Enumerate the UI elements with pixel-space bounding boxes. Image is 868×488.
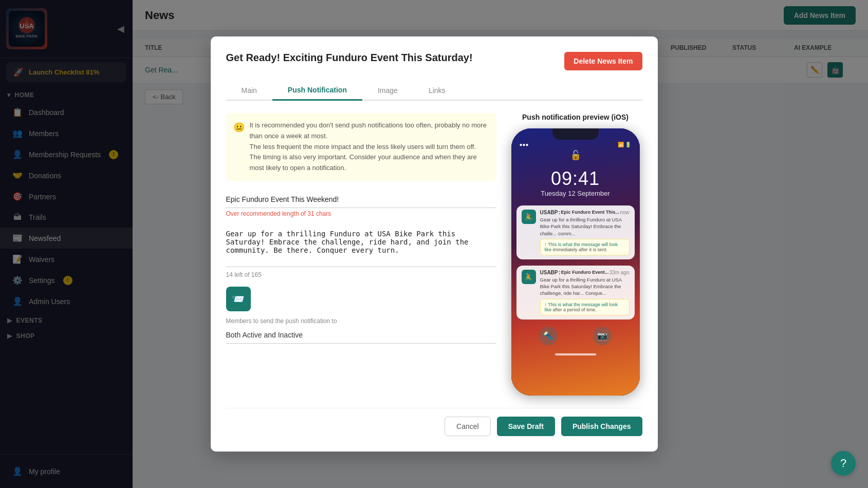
warning-text-1: It is recommended you don't send push no… (250, 120, 488, 142)
cancel-button[interactable]: Cancel (445, 417, 491, 436)
send-notification-button[interactable]: 📨 (226, 287, 251, 311)
notif-body-1: Gear up for a thrilling Funduro at USA B… (540, 216, 630, 237)
tab-main[interactable]: Main (226, 81, 272, 100)
send-button-area: 📨 (226, 287, 496, 311)
delete-news-button[interactable]: Delete News Item (564, 52, 642, 70)
notif-tooltip-1: ↑ This is what the message will look lik… (540, 239, 630, 255)
preview-title: Push notification preview (iOS) (509, 113, 642, 121)
members-value: Both Active and Inactive (226, 327, 496, 344)
help-button[interactable]: ? (831, 451, 856, 476)
notif-tooltip-2: ↑ This is what the message will look lik… (540, 299, 630, 315)
modal-title: Get Ready! Exciting Funduro Event This S… (226, 52, 473, 64)
char-count: 14 left of 165 (226, 271, 496, 278)
notification-title-field: Over recommended length of 31 chars (226, 191, 496, 217)
notif-app-icon-1: 🚴 (522, 210, 536, 224)
notif-title-1: Epic Funduro Event This... (561, 210, 619, 215)
modal-left-panel: 😐 It is recommended you don't send push … (226, 113, 496, 396)
notif-app-icon-2: 🚴 (522, 270, 536, 284)
warning-text-2: The less frequent the more impact and th… (250, 142, 488, 153)
tab-push-notification[interactable]: Push Notification (272, 81, 362, 101)
modal-footer: Cancel Save Draft Publish Changes (226, 408, 642, 436)
notification-card-1: 🚴 USABP: Epic Funduro Event This... now … (516, 205, 635, 259)
warning-text-3: The timing is also very important. Consi… (250, 152, 488, 174)
notif-time-2: 33m ago (610, 270, 630, 275)
members-field: Members to send the push notification to… (226, 317, 496, 344)
phone-notch (552, 128, 599, 140)
phone-frame: ●●● 📶 🔋 🔓 09:41 Tuesday 12 September 🚴 U… (511, 128, 640, 396)
torch-icon: 🔦 (539, 327, 558, 345)
save-draft-button[interactable]: Save Draft (497, 417, 555, 436)
notif-header-2: USABP: Epic Funduro Event... 33m ago (540, 270, 630, 275)
phone-time: 09:41 (511, 168, 640, 190)
char-warning: Over recommended length of 31 chars (226, 210, 496, 217)
tab-image[interactable]: Image (362, 81, 413, 100)
modal-tabs: Main Push Notification Image Links (226, 81, 642, 101)
tab-links[interactable]: Links (413, 81, 461, 100)
notification-card-2: 🚴 USABP: Epic Funduro Event... 33m ago G… (516, 266, 635, 320)
notification-body-field: Gear up for a thrilling Funduro at USA B… (226, 226, 496, 278)
modal-body: 😐 It is recommended you don't send push … (226, 113, 642, 396)
publish-changes-button[interactable]: Publish Changes (561, 417, 642, 436)
wifi-icon: 📶 🔋 (618, 142, 632, 147)
phone-bottom-bar: 🔦 📷 (511, 322, 640, 353)
warning-icon: 😐 (233, 120, 245, 135)
notification-title-input[interactable] (226, 191, 496, 208)
notification-body-input[interactable]: Gear up for a thrilling Funduro at USA B… (226, 226, 496, 267)
phone-screen: ●●● 📶 🔋 🔓 09:41 Tuesday 12 September 🚴 U… (511, 128, 640, 396)
phone-status-bar: ●●● 📶 🔋 (511, 140, 640, 149)
notif-header-1: USABP: Epic Funduro Event This... now (540, 210, 630, 215)
warning-box: 😐 It is recommended you don't send push … (226, 113, 496, 181)
modal-header: Get Ready! Exciting Funduro Event This S… (226, 52, 642, 70)
phone-date: Tuesday 12 September (511, 190, 640, 197)
modal-right-panel: Push notification preview (iOS) ●●● 📶 🔋 … (509, 113, 642, 396)
camera-icon: 📷 (593, 327, 612, 345)
notif-app-name-2: USABP (540, 270, 558, 275)
notif-content-1: USABP: Epic Funduro Event This... now Ge… (540, 210, 630, 255)
notif-body-2: Gear up for a thrilling Funduro at USA B… (540, 276, 630, 297)
notif-app-name-1: USABP (540, 210, 558, 215)
notif-title-2: Epic Funduro Event... (561, 270, 609, 275)
phone-home-bar (555, 353, 596, 355)
signal-icon: ●●● (520, 142, 529, 147)
members-label: Members to send the push notification to (226, 317, 496, 325)
notif-content-2: USABP: Epic Funduro Event... 33m ago Gea… (540, 270, 630, 315)
push-notification-modal: Get Ready! Exciting Funduro Event This S… (211, 36, 658, 452)
modal-overlay[interactable]: Get Ready! Exciting Funduro Event This S… (0, 0, 868, 488)
notif-time-1: now (620, 210, 629, 215)
lock-icon: 🔓 (511, 149, 640, 161)
